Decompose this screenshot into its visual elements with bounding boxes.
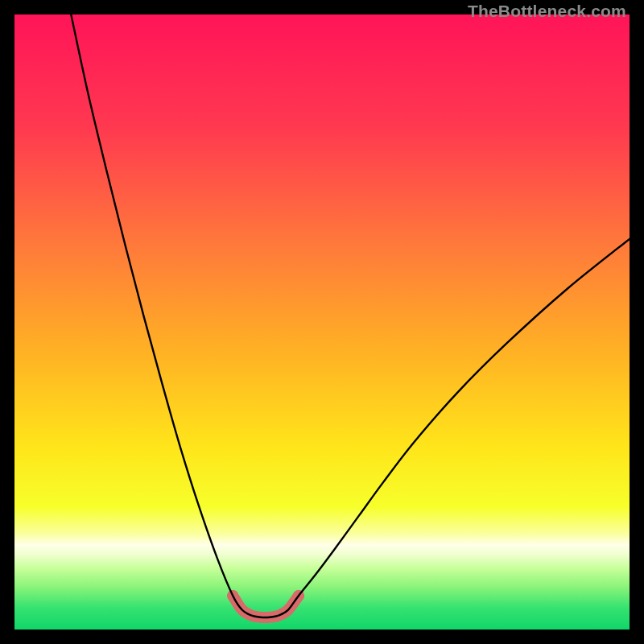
chart-inner bbox=[14, 14, 630, 630]
chart-background bbox=[14, 14, 630, 630]
chart-stage: TheBottleneck.com bbox=[0, 0, 644, 644]
bottleneck-chart bbox=[14, 14, 630, 630]
watermark-text: TheBottleneck.com bbox=[468, 2, 626, 21]
